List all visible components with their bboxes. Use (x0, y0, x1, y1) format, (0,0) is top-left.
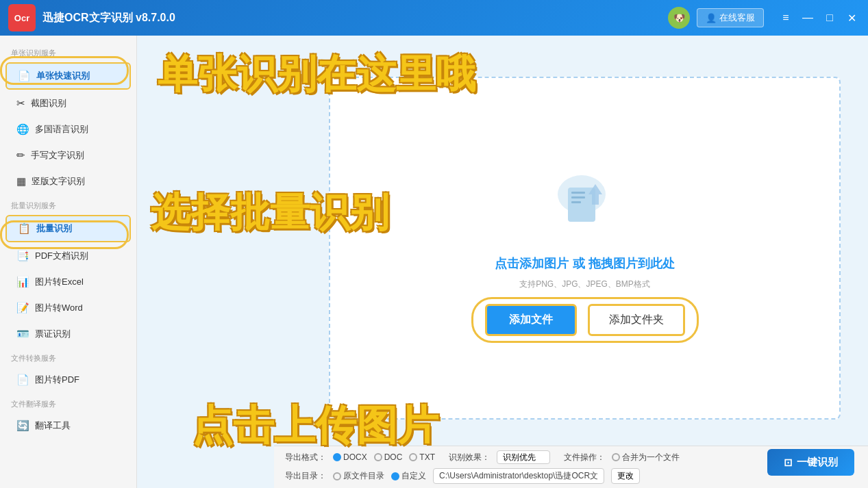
change-dir-button[interactable]: 更改 (611, 468, 640, 484)
pdf-icon: 📑 (16, 250, 29, 262)
logo-text: Ocr (14, 13, 29, 23)
svg-rect-4 (571, 201, 581, 203)
effect-select-wrapper: 识别优先 (497, 450, 550, 464)
add-folder-button[interactable]: 添加文件夹 (588, 304, 685, 336)
sidebar-item-label: 翻译工具 (35, 420, 71, 432)
sidebar-item-translate[interactable]: 🔄 翻译工具 (5, 413, 131, 438)
effect-select[interactable]: 识别优先 (497, 450, 550, 464)
sidebar-item-handwriting[interactable]: ✏ 手写文字识别 (5, 143, 131, 168)
upload-sub-text: 支持PNG、JPG、JPEG、BMP格式 (519, 279, 650, 290)
svg-rect-2 (571, 192, 585, 194)
sidebar-item-img2pdf[interactable]: 📄 图片转PDF (5, 368, 131, 392)
upload-click-text[interactable]: 点击添加图片 (495, 257, 569, 270)
upload-area[interactable]: 点击添加图片 或 拖拽图片到此处 支持PNG、JPG、JPEG、BMP格式 添加… (329, 77, 841, 420)
sidebar-item-screenshot[interactable]: ✂ 截图识别 (5, 91, 131, 116)
sidebar-item-label: PDF文档识别 (35, 250, 88, 262)
sidebar-item-label: 单张快速识别 (36, 70, 90, 82)
dir-custom-radio[interactable] (391, 472, 399, 480)
format-docx-label: DOCX (343, 452, 367, 462)
format-doc-label: DOC (384, 452, 403, 462)
window-controls: ≡ — □ ✕ (778, 12, 860, 25)
vertical-icon: ▦ (16, 175, 26, 188)
dir-source-label: 原文件目录 (343, 470, 384, 482)
format-docx-option[interactable]: DOCX (333, 452, 367, 462)
dir-source-radio[interactable] (333, 472, 341, 480)
maximize-button[interactable]: □ (821, 12, 838, 25)
merge-label: 合并为一个文件 (622, 452, 680, 463)
sidebar-item-label: 图片转Word (35, 302, 83, 314)
sidebar-item-word[interactable]: 📝 图片转Word (5, 296, 131, 320)
app-logo: Ocr (8, 4, 36, 31)
dir-source-option[interactable]: 原文件目录 (333, 470, 384, 482)
sidebar-item-label: 手写文字识别 (31, 149, 84, 162)
sidebar-item-label: 批量识别 (36, 222, 72, 235)
sidebar-item-multilang[interactable]: 🌐 多国语言识别 (5, 117, 131, 142)
translate-icon: 🔄 (16, 420, 29, 432)
img2pdf-icon: 📄 (16, 374, 29, 386)
format-doc-radio[interactable] (374, 453, 382, 461)
sidebar-item-pdf[interactable]: 📑 PDF文档识别 (5, 244, 131, 268)
sidebar-item-label: 多国语言识别 (35, 123, 88, 136)
screenshot-icon: ✂ (16, 97, 25, 110)
add-file-button[interactable]: 添加文件 (485, 304, 577, 336)
titlebar: Ocr 迅捷OCR文字识别 v8.7.0.0 🐶 👤 在线客服 ≡ — □ ✕ (0, 0, 868, 36)
avatar[interactable]: 🐶 (668, 7, 690, 29)
recognize-button[interactable]: ⊡ 一键识别 (767, 449, 854, 476)
sidebar: 单张识别服务 📄 单张快速识别 ✂ 截图识别 🌐 多国语言识别 ✏ 手写文字识别… (0, 36, 137, 488)
app-title: 迅捷OCR文字识别 v8.7.0.0 (42, 11, 661, 25)
merge-radio[interactable] (612, 453, 620, 461)
sidebar-item-excel[interactable]: 📊 图片转Excel (5, 270, 131, 294)
excel-icon: 📊 (16, 276, 29, 288)
upload-buttons: 添加文件 添加文件夹 (485, 304, 685, 336)
upload-main-text: 点击添加图片 或 拖拽图片到此处 (495, 255, 674, 272)
dir-path-display: C:\Users\Administrator\desktop\迅捷OCR文 (433, 468, 604, 484)
recognize-icon: ⊡ (784, 457, 793, 469)
sidebar-item-single-fast[interactable]: 📄 单张快速识别 (5, 62, 131, 90)
sidebar-item-label: 图片转Excel (35, 276, 84, 288)
sidebar-section-single: 单张识别服务 (0, 42, 136, 61)
single-fast-icon: 📄 (18, 70, 31, 82)
upload-or-text: 或 (573, 257, 585, 270)
dir-custom-option[interactable]: 自定义 (391, 470, 426, 482)
upload-drag-text: 拖拽图片到此处 (588, 257, 675, 270)
handwriting-icon: ✏ (16, 149, 25, 162)
format-txt-radio[interactable] (409, 453, 417, 461)
service-icon: 👤 (706, 13, 717, 23)
content-area: 单张识别在这里哦 选择批量识别 点击添加图片 或 (137, 36, 868, 488)
close-button[interactable]: ✕ (843, 12, 860, 25)
menu-icon[interactable]: ≡ (778, 12, 794, 25)
format-txt-label: TXT (419, 452, 435, 462)
sidebar-section-convert: 文件转换服务 (0, 348, 136, 366)
service-label: 在线客服 (719, 12, 755, 24)
main-layout: 单张识别服务 📄 单张快速识别 ✂ 截图识别 🌐 多国语言识别 ✏ 手写文字识别… (0, 36, 868, 488)
recognize-label: 一键识别 (797, 456, 838, 469)
export-dir-label: 导出目录： (285, 470, 326, 482)
dir-custom-label: 自定义 (401, 470, 426, 482)
format-txt-option[interactable]: TXT (409, 452, 435, 462)
sidebar-item-label: 截图识别 (31, 97, 66, 110)
sidebar-item-batch[interactable]: 📋 批量识别 (5, 215, 131, 242)
sidebar-item-card[interactable]: 🪪 票证识别 (5, 322, 131, 346)
merge-option[interactable]: 合并为一个文件 (612, 452, 680, 463)
word-icon: 📝 (16, 302, 29, 314)
export-format-label: 导出格式： (285, 452, 326, 463)
sidebar-item-vertical[interactable]: ▦ 竖版文字识别 (5, 169, 131, 194)
multilang-icon: 🌐 (16, 123, 29, 136)
online-service-button[interactable]: 👤 在线客服 (697, 8, 764, 27)
format-doc-option[interactable]: DOC (374, 452, 403, 462)
sidebar-item-label: 竖版文字识别 (32, 175, 85, 188)
sidebar-item-label: 票证识别 (35, 328, 71, 340)
file-op-label: 文件操作： (564, 452, 605, 463)
card-icon: 🪪 (16, 328, 29, 340)
sidebar-section-translate: 文件翻译服务 (0, 394, 136, 412)
minimize-button[interactable]: — (799, 12, 816, 25)
batch-icon: 📋 (18, 222, 31, 235)
sidebar-section-batch: 批量识别服务 (0, 195, 136, 214)
format-docx-radio[interactable] (333, 453, 341, 461)
svg-rect-3 (571, 196, 585, 198)
upload-illustration (544, 160, 626, 242)
recognize-effect-label: 识别效果： (449, 452, 490, 463)
sidebar-item-label: 图片转PDF (35, 374, 79, 386)
